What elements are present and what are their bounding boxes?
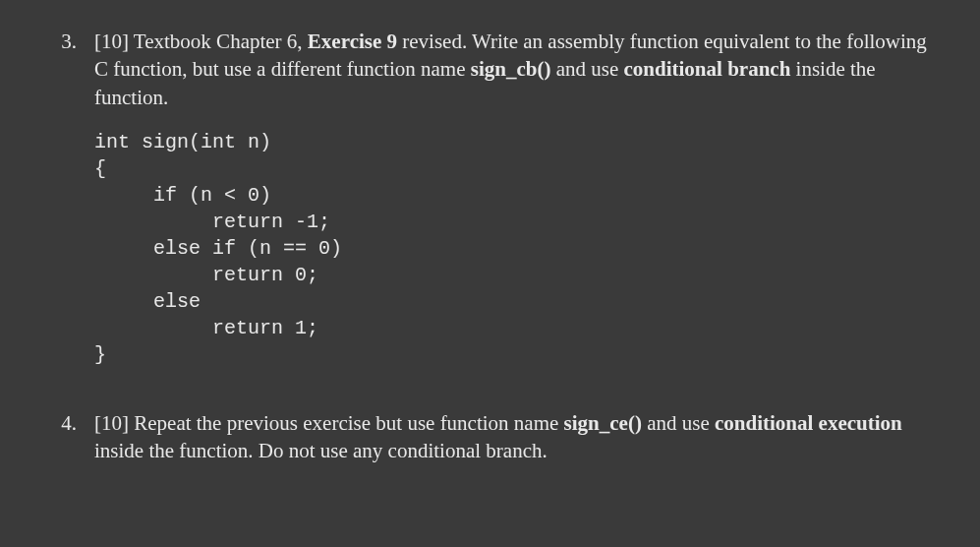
question-3-prose: [10] Textbook Chapter 6, Exercise 9 revi… bbox=[94, 28, 933, 111]
question-number: 3. bbox=[47, 28, 77, 368]
function-name: sign_cb() bbox=[471, 57, 551, 81]
question-4: 4. [10] Repeat the previous exercise but… bbox=[47, 409, 933, 483]
text-segment: inside the function. Do not use any cond… bbox=[94, 439, 548, 462]
text-segment: and use bbox=[642, 411, 715, 435]
emphasis-term: conditional branch bbox=[624, 57, 791, 81]
emphasis-term: conditional execution bbox=[715, 411, 902, 435]
code-block: int sign(int n) { if (n < 0) return -1; … bbox=[94, 129, 933, 368]
exercise-ref: Exercise 9 bbox=[308, 30, 397, 53]
question-4-prose: [10] Repeat the previous exercise but us… bbox=[94, 409, 933, 465]
question-body: [10] Textbook Chapter 6, Exercise 9 revi… bbox=[77, 28, 933, 368]
question-number: 4. bbox=[47, 409, 77, 483]
text-segment: and use bbox=[550, 57, 623, 81]
text-segment: [10] Repeat the previous exercise but us… bbox=[94, 411, 564, 435]
function-name: sign_ce() bbox=[564, 411, 642, 435]
question-body: [10] Repeat the previous exercise but us… bbox=[77, 409, 933, 483]
question-3: 3. [10] Textbook Chapter 6, Exercise 9 r… bbox=[47, 28, 933, 368]
text-segment: [10] Textbook Chapter 6, bbox=[94, 30, 308, 53]
